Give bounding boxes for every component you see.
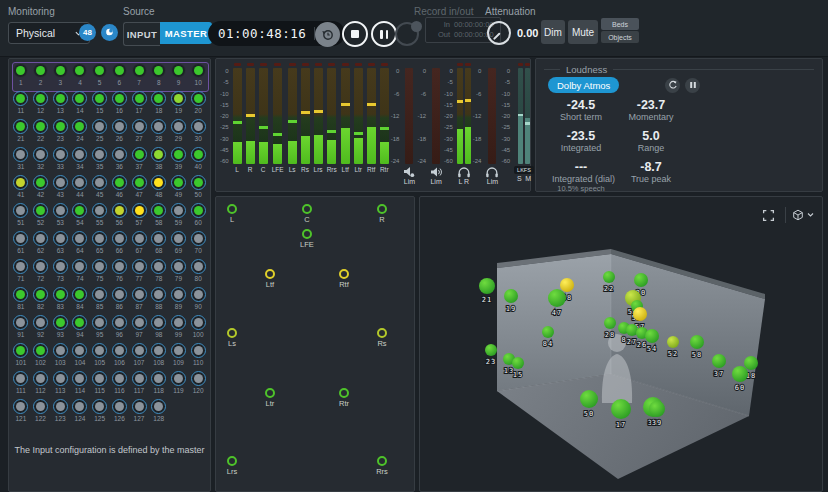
channel-indicator-71[interactable]: 71: [11, 259, 31, 287]
channel-indicator-75[interactable]: 75: [90, 259, 110, 287]
channel-indicator-87[interactable]: 87: [129, 287, 149, 315]
channel-indicator-112[interactable]: 112: [31, 371, 51, 399]
channel-indicator-121[interactable]: 121: [11, 399, 31, 427]
channel-indicator-32[interactable]: 32: [31, 147, 51, 175]
channel-indicator-66[interactable]: 66: [110, 231, 130, 259]
channel-indicator-78[interactable]: 78: [149, 259, 169, 287]
channel-indicator-62[interactable]: 62: [31, 231, 51, 259]
channel-indicator-21[interactable]: 21: [11, 119, 31, 147]
channel-indicator-115[interactable]: 115: [90, 371, 110, 399]
channel-indicator-73[interactable]: 73: [50, 259, 70, 287]
channel-indicator-107[interactable]: 107: [129, 343, 149, 371]
channel-indicator-95[interactable]: 95: [90, 315, 110, 343]
channel-indicator-54[interactable]: 54: [70, 203, 90, 231]
channel-indicator-60[interactable]: 60: [188, 203, 208, 231]
channel-indicator-124[interactable]: 124: [70, 399, 90, 427]
channel-indicator-14[interactable]: 14: [70, 91, 90, 119]
input-button[interactable]: INPUT: [123, 22, 160, 46]
channel-indicator-117[interactable]: 117: [129, 371, 149, 399]
channel-indicator-57[interactable]: 57: [129, 203, 149, 231]
channel-indicator-35[interactable]: 35: [90, 147, 110, 175]
monitoring-select[interactable]: Physical: [8, 22, 90, 44]
channel-indicator-46[interactable]: 46: [110, 175, 130, 203]
pause-button[interactable]: [371, 21, 397, 47]
channel-indicator-106[interactable]: 106: [110, 343, 130, 371]
channel-indicator-5[interactable]: 5: [90, 63, 110, 91]
channel-indicator-56[interactable]: 56: [110, 203, 130, 231]
attenuation-knob[interactable]: [487, 21, 511, 45]
loudness-reset-button[interactable]: [665, 78, 680, 93]
channel-indicator-42[interactable]: 42: [31, 175, 51, 203]
channel-indicator-81[interactable]: 81: [11, 287, 31, 315]
fullscreen-button[interactable]: [757, 205, 779, 225]
channel-indicator-69[interactable]: 69: [169, 231, 189, 259]
channel-indicator-105[interactable]: 105: [90, 343, 110, 371]
channel-indicator-8[interactable]: 8: [149, 63, 169, 91]
stop-button[interactable]: [342, 21, 368, 47]
channel-indicator-93[interactable]: 93: [50, 315, 70, 343]
channel-indicator-6[interactable]: 6: [110, 63, 130, 91]
record-arm-indicator[interactable]: [411, 21, 422, 32]
channel-indicator-17[interactable]: 17: [129, 91, 149, 119]
channel-indicator-1[interactable]: 1: [11, 63, 31, 91]
channel-indicator-122[interactable]: 122: [31, 399, 51, 427]
channel-indicator-104[interactable]: 104: [70, 343, 90, 371]
channel-indicator-41[interactable]: 41: [11, 175, 31, 203]
view-mode-button[interactable]: [792, 205, 814, 225]
master-button[interactable]: MASTER: [160, 22, 212, 44]
channel-indicator-49[interactable]: 49: [169, 175, 189, 203]
channel-indicator-68[interactable]: 68: [149, 231, 169, 259]
channel-indicator-25[interactable]: 25: [90, 119, 110, 147]
channel-indicator-99[interactable]: 99: [169, 315, 189, 343]
channel-indicator-26[interactable]: 26: [110, 119, 130, 147]
channel-indicator-16[interactable]: 16: [110, 91, 130, 119]
channel-indicator-108[interactable]: 108: [149, 343, 169, 371]
channel-indicator-63[interactable]: 63: [50, 231, 70, 259]
channel-indicator-70[interactable]: 70: [188, 231, 208, 259]
channel-indicator-77[interactable]: 77: [129, 259, 149, 287]
channel-indicator-128[interactable]: 128: [149, 399, 169, 427]
beds-button[interactable]: Beds: [601, 18, 639, 30]
channel-indicator-86[interactable]: 86: [110, 287, 130, 315]
channel-indicator-47[interactable]: 47: [129, 175, 149, 203]
dim-button[interactable]: Dim: [541, 20, 565, 44]
channel-indicator-100[interactable]: 100: [188, 315, 208, 343]
objects-button[interactable]: Objects: [601, 31, 639, 43]
channel-indicator-120[interactable]: 120: [188, 371, 208, 399]
channel-indicator-76[interactable]: 76: [110, 259, 130, 287]
channel-indicator-61[interactable]: 61: [11, 231, 31, 259]
channel-indicator-24[interactable]: 24: [70, 119, 90, 147]
channel-indicator-83[interactable]: 83: [50, 287, 70, 315]
channel-indicator-72[interactable]: 72: [31, 259, 51, 287]
channel-indicator-48[interactable]: 48: [149, 175, 169, 203]
channel-indicator-2[interactable]: 2: [31, 63, 51, 91]
loudness-pause-button[interactable]: [685, 78, 700, 93]
channel-indicator-28[interactable]: 28: [149, 119, 169, 147]
channel-indicator-90[interactable]: 90: [188, 287, 208, 315]
channel-indicator-50[interactable]: 50: [188, 175, 208, 203]
channel-indicator-118[interactable]: 118: [149, 371, 169, 399]
channel-indicator-85[interactable]: 85: [90, 287, 110, 315]
channel-indicator-64[interactable]: 64: [70, 231, 90, 259]
channel-indicator-7[interactable]: 7: [129, 63, 149, 91]
channel-indicator-11[interactable]: 11: [11, 91, 31, 119]
channel-indicator-59[interactable]: 59: [169, 203, 189, 231]
channel-indicator-52[interactable]: 52: [31, 203, 51, 231]
channel-indicator-44[interactable]: 44: [70, 175, 90, 203]
channel-indicator-102[interactable]: 102: [31, 343, 51, 371]
channel-indicator-111[interactable]: 111: [11, 371, 31, 399]
channel-indicator-113[interactable]: 113: [50, 371, 70, 399]
channel-indicator-114[interactable]: 114: [70, 371, 90, 399]
channel-indicator-126[interactable]: 126: [110, 399, 130, 427]
tab-dolby-atmos[interactable]: Dolby Atmos: [548, 77, 619, 93]
channel-indicator-92[interactable]: 92: [31, 315, 51, 343]
channel-indicator-96[interactable]: 96: [110, 315, 130, 343]
channel-indicator-116[interactable]: 116: [110, 371, 130, 399]
channel-indicator-79[interactable]: 79: [169, 259, 189, 287]
channel-indicator-91[interactable]: 91: [11, 315, 31, 343]
channel-indicator-40[interactable]: 40: [188, 147, 208, 175]
channel-indicator-38[interactable]: 38: [149, 147, 169, 175]
channel-indicator-23[interactable]: 23: [50, 119, 70, 147]
channel-indicator-22[interactable]: 22: [31, 119, 51, 147]
mute-button[interactable]: Mute: [568, 20, 598, 44]
